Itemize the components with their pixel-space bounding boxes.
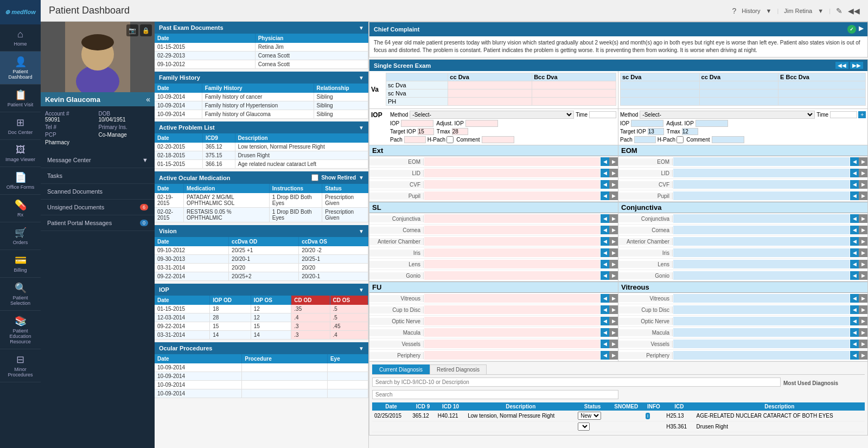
- camera-button[interactable]: 📷: [126, 24, 138, 36]
- lid-os-btn[interactable]: ◀: [850, 169, 859, 177]
- periphery-os-input[interactable]: [673, 351, 850, 360]
- sidebar-item-patient-dashboard[interactable]: 👤 Patient Dashboard: [0, 52, 41, 85]
- optic-nerve-os-btn[interactable]: ◀: [850, 317, 859, 325]
- nav-right-button[interactable]: ▶▶: [850, 62, 863, 69]
- nav-scanned-documents[interactable]: Scanned Documents: [41, 184, 155, 200]
- gonio-od-input[interactable]: [424, 271, 600, 280]
- os-sc-nva-input[interactable]: [622, 91, 649, 97]
- iop-time-od[interactable]: [589, 111, 616, 118]
- optic-nerve-os-input[interactable]: [673, 317, 850, 325]
- iop-value-os[interactable]: [631, 120, 663, 127]
- pupil-od-btn2[interactable]: ▶: [609, 191, 618, 200]
- anterior-chamber-os-input[interactable]: [673, 237, 850, 246]
- lid-od-btn2[interactable]: ▶: [609, 169, 618, 177]
- gonio-od-btn[interactable]: ◀: [601, 271, 609, 280]
- cornea-od-btn2[interactable]: ▶: [609, 226, 618, 234]
- status-select[interactable]: [578, 423, 590, 431]
- sidebar-item-orders[interactable]: 🛒 Orders: [0, 222, 41, 250]
- sidebar-item-doc-center[interactable]: ⊞ Doc Center: [0, 112, 41, 140]
- tab-current-diagnosis[interactable]: Current Diagnosis: [372, 364, 430, 374]
- lid-od-btn[interactable]: ◀: [601, 169, 609, 177]
- optic-nerve-od-input[interactable]: [424, 317, 600, 325]
- nav-tasks[interactable]: Tasks: [41, 168, 155, 184]
- diagnosis-search-input[interactable]: [372, 377, 781, 387]
- status-select[interactable]: New: [578, 412, 601, 420]
- family-history-header[interactable]: Family History ▼: [155, 72, 368, 84]
- cup-disc-od-btn2[interactable]: ▶: [609, 305, 618, 314]
- iop-method-select-os[interactable]: -Select-: [640, 111, 815, 119]
- cornea-os-input[interactable]: [673, 226, 850, 234]
- lens-os-btn[interactable]: ◀: [850, 260, 859, 268]
- sidebar-item-rx[interactable]: 💊 Rx: [0, 195, 41, 222]
- optic-nerve-od-btn2[interactable]: ▶: [609, 317, 618, 325]
- add-iop-button[interactable]: +: [858, 111, 866, 118]
- conjunctiva-od-btn[interactable]: ◀: [601, 214, 609, 223]
- iris-os-btn[interactable]: ◀: [850, 248, 859, 257]
- iop-method-select-od[interactable]: -Select-: [410, 111, 574, 119]
- iris-od-btn[interactable]: ◀: [601, 248, 609, 257]
- vision-header[interactable]: Vision ▼: [155, 225, 368, 237]
- vessels-od-btn[interactable]: ◀: [601, 340, 609, 348]
- ph-pam-input[interactable]: [449, 99, 476, 105]
- cvf-od-btn[interactable]: ◀: [601, 180, 609, 189]
- vessels-od-input[interactable]: [424, 340, 600, 348]
- optic-nerve-os-btn2[interactable]: ▶: [859, 317, 867, 325]
- collapse-icon[interactable]: ◀◀: [848, 7, 860, 15]
- comment-od[interactable]: [482, 136, 514, 143]
- vessels-os-btn2[interactable]: ▶: [859, 340, 867, 348]
- periphery-os-btn[interactable]: ◀: [850, 351, 859, 360]
- cvf-od-btn2[interactable]: ▶: [609, 180, 618, 189]
- tmax-od[interactable]: [452, 128, 468, 135]
- sidebar-item-patient-selection[interactable]: 🔍 Patient Selection: [0, 278, 41, 311]
- glare-input[interactable]: [533, 99, 560, 105]
- hpach-os-checkbox[interactable]: [676, 136, 684, 143]
- cornea-os-btn2[interactable]: ▶: [859, 226, 867, 234]
- lens-os-btn2[interactable]: ▶: [859, 260, 867, 268]
- vessels-os-btn[interactable]: ◀: [850, 340, 859, 348]
- eom-os-btn[interactable]: ◀: [850, 157, 859, 166]
- user-menu[interactable]: Jim Retina: [784, 8, 812, 14]
- bcc-nva-input[interactable]: [533, 91, 560, 97]
- sc-dva-cc-input[interactable]: [449, 82, 476, 88]
- past-exam-documents-header[interactable]: Past Exam Documents ▼: [155, 22, 368, 34]
- periphery-od-input[interactable]: [424, 351, 600, 360]
- eom-os-input[interactable]: [673, 157, 850, 166]
- conjunctiva-od-input[interactable]: [424, 214, 600, 223]
- cup-disc-os-btn[interactable]: ◀: [850, 305, 859, 314]
- hpach-od-checkbox[interactable]: [446, 136, 454, 143]
- periphery-od-btn[interactable]: ◀: [601, 351, 609, 360]
- anterior-chamber-od-btn2[interactable]: ▶: [609, 237, 618, 246]
- anterior-chamber-os-btn[interactable]: ◀: [850, 237, 859, 246]
- show-retired-checkbox[interactable]: [311, 174, 318, 181]
- nav-left-button[interactable]: ◀◀: [835, 62, 848, 69]
- conjunctiva-od-btn2[interactable]: ▶: [609, 214, 618, 223]
- macula-os-btn[interactable]: ◀: [850, 328, 859, 337]
- vitreous-od-btn[interactable]: ◀: [601, 294, 609, 303]
- os-e-bcc-nva-input[interactable]: [780, 91, 807, 97]
- anterior-chamber-od-btn[interactable]: ◀: [601, 237, 609, 246]
- tmax-os[interactable]: [682, 128, 698, 135]
- eom-od-input[interactable]: [424, 157, 600, 166]
- lid-os-input[interactable]: [673, 169, 850, 177]
- vitreous-os-btn[interactable]: ◀: [850, 294, 859, 303]
- iris-od-input[interactable]: [424, 248, 600, 257]
- iop-time-os[interactable]: [830, 111, 857, 118]
- anterior-chamber-os-btn2[interactable]: ▶: [859, 237, 867, 246]
- os-sc-dva-input[interactable]: [622, 82, 649, 88]
- eom-od-copy-button[interactable]: ◀: [601, 157, 609, 166]
- expand-icon[interactable]: ▶: [859, 25, 863, 34]
- vessels-os-input[interactable]: [673, 340, 850, 348]
- active-problem-list-header[interactable]: Active Problem List ▼: [155, 121, 368, 133]
- pach-os[interactable]: [634, 136, 656, 143]
- gonio-os-btn2[interactable]: ▶: [859, 271, 867, 280]
- cornea-od-btn[interactable]: ◀: [601, 226, 609, 234]
- periphery-os-btn2[interactable]: ▶: [859, 351, 867, 360]
- ocular-procedures-header[interactable]: Ocular Procedures ▼: [155, 342, 368, 354]
- lid-os-btn2[interactable]: ▶: [859, 169, 867, 177]
- active-medication-header[interactable]: Active Ocular Medication Show Retired ▼: [155, 171, 368, 184]
- info-button[interactable]: I: [646, 413, 650, 419]
- lens-od-input[interactable]: [424, 260, 600, 268]
- adjust-iop-os[interactable]: [695, 120, 728, 127]
- cup-disc-os-btn2[interactable]: ▶: [859, 305, 867, 314]
- pupil-os-btn[interactable]: ◀: [850, 191, 859, 200]
